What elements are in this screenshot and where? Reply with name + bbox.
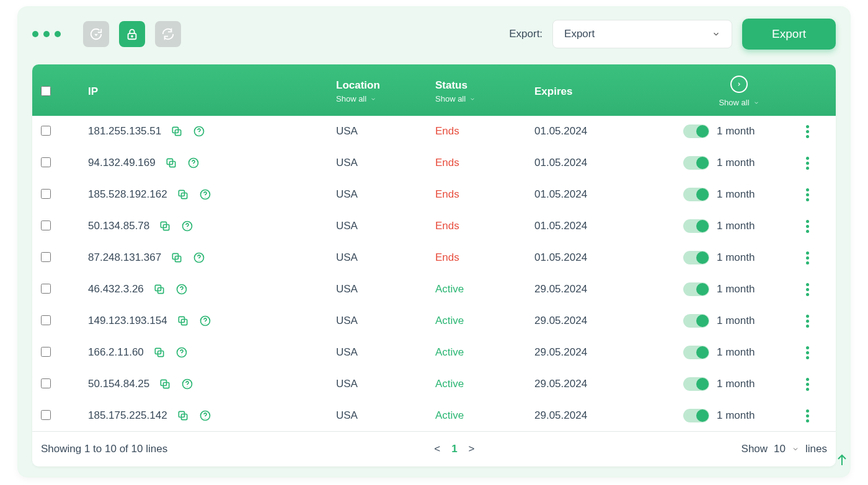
row-menu-button[interactable]	[795, 251, 820, 264]
row-menu-button[interactable]	[795, 378, 820, 391]
row-checkbox[interactable]	[41, 284, 51, 294]
scroll-top-button[interactable]	[831, 449, 853, 471]
cell-status: Ends	[435, 125, 534, 138]
question-icon	[193, 251, 205, 264]
row-menu-button[interactable]	[795, 220, 820, 233]
row-checkbox[interactable]	[41, 189, 51, 199]
question-icon	[187, 157, 200, 169]
auto-renew-toggle[interactable]	[683, 219, 709, 233]
copy-ip-button[interactable]	[176, 314, 190, 328]
row-checkbox[interactable]	[41, 252, 51, 262]
cell-status: Active	[435, 315, 534, 327]
row-menu-button[interactable]	[795, 125, 820, 138]
cell-actions	[795, 125, 820, 138]
cell-location: USA	[336, 283, 435, 295]
row-checkbox[interactable]	[41, 347, 51, 357]
cell-location: USA	[336, 346, 435, 359]
chevron-down-icon[interactable]	[792, 445, 799, 453]
row-menu-button[interactable]	[795, 315, 820, 328]
cell-ip: 149.123.193.154	[88, 314, 336, 328]
svg-point-1	[131, 36, 133, 37]
help-ip-button[interactable]	[175, 346, 188, 359]
cell-status: Ends	[435, 188, 534, 201]
row-checkbox[interactable]	[41, 315, 51, 325]
copy-ip-button[interactable]	[158, 377, 172, 391]
auto-renew-toggle[interactable]	[683, 314, 709, 328]
cell-actions	[795, 220, 820, 233]
row-checkbox[interactable]	[41, 221, 51, 230]
row-menu-button[interactable]	[795, 188, 820, 201]
help-ip-button[interactable]	[187, 156, 200, 170]
row-menu-button[interactable]	[795, 157, 820, 170]
row-checkbox[interactable]	[41, 410, 51, 420]
help-ip-button[interactable]	[180, 377, 194, 391]
question-icon	[181, 220, 193, 232]
cell-status: Active	[435, 378, 534, 390]
auto-renew-toggle[interactable]	[683, 251, 709, 264]
table-row: 87.248.131.367 USA Ends 01.05.2024 1 mon…	[32, 242, 836, 274]
export-select[interactable]: Export	[552, 20, 732, 48]
copy-ip-button[interactable]	[164, 156, 178, 170]
help-ip-button[interactable]	[198, 188, 212, 201]
window-dots	[32, 31, 61, 37]
row-menu-button[interactable]	[795, 346, 820, 359]
pager-current[interactable]: 1	[451, 443, 457, 455]
pager-prev[interactable]: <	[434, 443, 440, 455]
auto-renew-toggle[interactable]	[683, 409, 709, 422]
row-menu-button[interactable]	[795, 283, 820, 296]
help-ip-button[interactable]	[198, 409, 212, 422]
row-checkbox[interactable]	[41, 157, 51, 167]
copy-ip-button[interactable]	[170, 251, 184, 264]
auto-renew-toggle[interactable]	[683, 377, 709, 391]
copy-ip-button[interactable]	[153, 282, 166, 296]
ip-text: 50.154.84.25	[88, 378, 149, 390]
row-menu-button[interactable]	[795, 409, 820, 422]
page-size-value[interactable]: 10	[774, 443, 786, 455]
help-ip-button[interactable]	[198, 314, 212, 328]
th-status-filter[interactable]: Show all	[435, 94, 534, 103]
help-ip-button[interactable]	[175, 282, 188, 296]
th-auto-renew: Show all	[683, 76, 795, 107]
cell-ip: 181.255.135.51	[88, 125, 336, 138]
cell-actions	[795, 409, 820, 422]
th-renew-filter[interactable]: Show all	[719, 98, 759, 107]
pager-next[interactable]: >	[469, 443, 475, 455]
table-row: 149.123.193.154 USA Active 29.05.2024 1 …	[32, 305, 836, 337]
help-ip-button[interactable]	[180, 219, 194, 233]
cell-ip: 185.528.192.162	[88, 188, 336, 201]
auto-renew-toggle[interactable]	[683, 156, 709, 170]
copy-ip-button[interactable]	[176, 409, 190, 422]
export-button[interactable]: Export	[742, 19, 836, 50]
auto-renew-toggle[interactable]	[683, 346, 709, 359]
lock-button[interactable]	[119, 21, 145, 47]
cell-status: Ends	[435, 220, 534, 232]
renew-period: 1 month	[717, 346, 755, 359]
copy-ip-button[interactable]	[158, 219, 172, 233]
th-location-filter[interactable]: Show all	[336, 94, 435, 103]
ip-text: 149.123.193.154	[88, 315, 167, 327]
copy-ip-button[interactable]	[153, 346, 166, 359]
auto-renew-toggle[interactable]	[683, 282, 709, 296]
row-checkbox-cell	[38, 155, 88, 170]
row-checkbox[interactable]	[41, 126, 51, 136]
sync-icon	[161, 27, 175, 41]
help-ip-button[interactable]	[192, 125, 206, 138]
cell-expires: 01.05.2024	[534, 188, 683, 201]
cell-renew: 1 month	[683, 156, 795, 170]
cell-expires: 01.05.2024	[534, 157, 683, 169]
table-row: 185.175.225.142 USA Active 29.05.2024 1 …	[32, 400, 836, 431]
copy-ip-button[interactable]	[176, 188, 190, 201]
copy-icon	[170, 251, 183, 264]
window-dot	[32, 31, 38, 37]
row-checkbox[interactable]	[41, 378, 51, 388]
help-ip-button[interactable]	[192, 251, 206, 264]
auto-renew-toggle[interactable]	[683, 188, 709, 201]
svg-point-41	[205, 418, 205, 419]
auto-renew-toggle[interactable]	[683, 125, 709, 138]
refresh-power-button[interactable]	[83, 21, 109, 47]
select-all-checkbox[interactable]	[41, 86, 51, 96]
sync-button[interactable]	[155, 21, 181, 47]
ip-text: 94.132.49.169	[88, 157, 156, 169]
svg-point-21	[199, 260, 200, 261]
copy-ip-button[interactable]	[170, 125, 184, 138]
